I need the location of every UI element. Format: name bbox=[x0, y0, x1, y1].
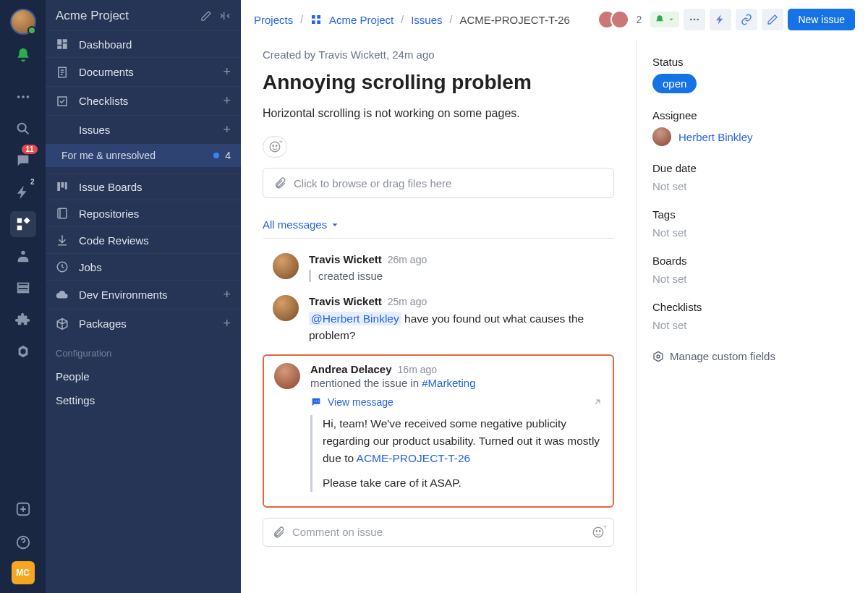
assignee-link[interactable]: Herbert Binkley bbox=[678, 131, 753, 143]
sidebar-item-repos[interactable]: Repositories bbox=[46, 200, 241, 226]
svg-rect-22 bbox=[58, 208, 67, 218]
subscribe-pill[interactable] bbox=[650, 12, 679, 27]
add-reaction-button[interactable]: + bbox=[263, 136, 287, 158]
chat-badge: 11 bbox=[22, 145, 37, 154]
collapse-icon[interactable] bbox=[219, 10, 231, 22]
comment-input[interactable] bbox=[292, 526, 584, 538]
watcher-avatars[interactable] bbox=[597, 10, 629, 29]
sidebar-item-jobs[interactable]: Jobs bbox=[46, 253, 241, 280]
svg-point-38 bbox=[596, 530, 597, 532]
messages-filter[interactable]: All messages bbox=[263, 218, 614, 239]
svg-rect-6 bbox=[17, 226, 21, 230]
boards-icon bbox=[56, 180, 70, 193]
edit-icon[interactable] bbox=[200, 10, 212, 22]
jobs-icon bbox=[56, 260, 70, 273]
svg-point-34 bbox=[314, 401, 315, 401]
notifications-bell[interactable] bbox=[10, 42, 36, 68]
attachment-dropzone[interactable]: Click to browse or drag files here bbox=[263, 168, 614, 198]
comment-composer[interactable]: + bbox=[263, 518, 614, 547]
activity-entry: Travis Wickett 25m ago @Herbert Binkley … bbox=[263, 289, 614, 351]
svg-rect-21 bbox=[65, 182, 67, 189]
checklists-icon bbox=[56, 95, 70, 108]
svg-point-1 bbox=[22, 95, 25, 98]
checklists-label: Checklists bbox=[652, 301, 852, 313]
message-text: @Herbert Binkley have you found out what… bbox=[309, 310, 614, 344]
link-button[interactable] bbox=[736, 9, 757, 30]
rail-stack[interactable] bbox=[10, 275, 36, 301]
open-external-icon[interactable] bbox=[592, 397, 603, 407]
new-issue-button[interactable]: New issue bbox=[788, 9, 855, 30]
view-message-link[interactable]: View message bbox=[328, 396, 393, 408]
sidebar-item-devenv[interactable]: Dev Environments + bbox=[46, 280, 241, 309]
svg-point-35 bbox=[316, 401, 317, 401]
svg-rect-4 bbox=[17, 218, 21, 223]
rail-chat[interactable]: 11 bbox=[10, 148, 36, 174]
boards-value[interactable]: Not set bbox=[652, 273, 852, 285]
repo-icon bbox=[56, 207, 70, 220]
assignee-avatar bbox=[652, 127, 671, 146]
sidebar-item-reviews[interactable]: Code Reviews bbox=[46, 226, 241, 253]
crumb-current: ACME-PROJECT-T-26 bbox=[459, 14, 570, 26]
checklists-value[interactable]: Not set bbox=[652, 319, 852, 331]
rail-extensions[interactable] bbox=[10, 307, 36, 333]
emoji-icon[interactable]: + bbox=[592, 526, 605, 539]
plus-icon: + bbox=[279, 138, 283, 145]
rail-help[interactable] bbox=[10, 529, 36, 555]
review-icon bbox=[56, 234, 70, 247]
tags-value[interactable]: Not set bbox=[652, 226, 852, 239]
sidebar-item-packages[interactable]: Packages + bbox=[46, 309, 241, 338]
svg-rect-9 bbox=[17, 287, 28, 290]
rail-projects[interactable] bbox=[10, 211, 36, 237]
add-icon[interactable]: + bbox=[223, 122, 231, 137]
more-button[interactable] bbox=[684, 9, 705, 30]
sidebar-item-settings[interactable]: Settings bbox=[46, 388, 241, 412]
svg-rect-18 bbox=[58, 97, 67, 106]
filter-label: For me & unresolved bbox=[61, 150, 156, 161]
message-time: 26m ago bbox=[388, 254, 427, 265]
attach-icon[interactable] bbox=[272, 526, 285, 539]
rail-search[interactable] bbox=[10, 116, 36, 142]
status-badge[interactable]: open bbox=[652, 74, 697, 93]
user-mention[interactable]: @Herbert Binkley bbox=[309, 312, 401, 325]
crumb-project[interactable]: Acme Project bbox=[329, 14, 393, 26]
issue-content: Created by Travis Wickett, 24m ago Annoy… bbox=[241, 40, 637, 593]
sidebar-item-checklists[interactable]: Checklists + bbox=[46, 86, 241, 115]
svg-rect-5 bbox=[23, 217, 30, 223]
channel-link[interactable]: #Marketing bbox=[422, 377, 475, 389]
quoted-message: Hi, team! We've received some negative p… bbox=[310, 415, 603, 492]
sidebar-item-issues[interactable]: Issues + bbox=[46, 115, 241, 144]
sidebar-item-label: Jobs bbox=[79, 261, 102, 273]
due-value[interactable]: Not set bbox=[652, 180, 852, 192]
sidebar-item-documents[interactable]: Documents + bbox=[46, 57, 241, 86]
svg-rect-25 bbox=[317, 15, 320, 19]
sidebar-item-label: Issue Boards bbox=[79, 181, 142, 193]
filter-count: 4 bbox=[225, 150, 231, 161]
project-icon bbox=[310, 14, 322, 25]
svg-rect-16 bbox=[57, 46, 61, 49]
crumb-section[interactable]: Issues bbox=[411, 14, 442, 26]
rail-add[interactable] bbox=[10, 496, 36, 522]
created-line: Created by Travis Wickett, 24m ago bbox=[263, 48, 614, 61]
sidebar-item-dashboard[interactable]: Dashboard bbox=[46, 30, 241, 57]
add-icon[interactable]: + bbox=[223, 287, 231, 302]
add-icon[interactable]: + bbox=[223, 64, 231, 80]
user-avatar[interactable] bbox=[10, 9, 36, 35]
issue-link[interactable]: ACME-PROJECT-T-26 bbox=[357, 452, 471, 464]
sidebar-item-boards[interactable]: Issue Boards bbox=[46, 173, 241, 200]
rail-more[interactable] bbox=[10, 84, 36, 110]
manage-custom-fields[interactable]: Manage custom fields bbox=[652, 350, 852, 362]
add-icon[interactable]: + bbox=[223, 93, 231, 108]
rail-bolt[interactable]: 2 bbox=[10, 179, 36, 205]
svg-point-7 bbox=[21, 251, 25, 255]
edit-button[interactable] bbox=[762, 9, 783, 30]
sidebar-item-people[interactable]: People bbox=[46, 364, 241, 388]
rail-team[interactable] bbox=[10, 243, 36, 269]
sidebar-filter-forme[interactable]: For me & unresolved 4 bbox=[46, 144, 241, 167]
rail-settings[interactable] bbox=[10, 338, 36, 364]
svg-rect-19 bbox=[57, 182, 60, 191]
workspace-chip[interactable]: MC bbox=[12, 561, 35, 584]
svg-point-32 bbox=[273, 145, 274, 147]
bolt-button[interactable] bbox=[710, 9, 731, 30]
crumb-projects[interactable]: Projects bbox=[254, 14, 293, 26]
add-icon[interactable]: + bbox=[223, 316, 231, 331]
